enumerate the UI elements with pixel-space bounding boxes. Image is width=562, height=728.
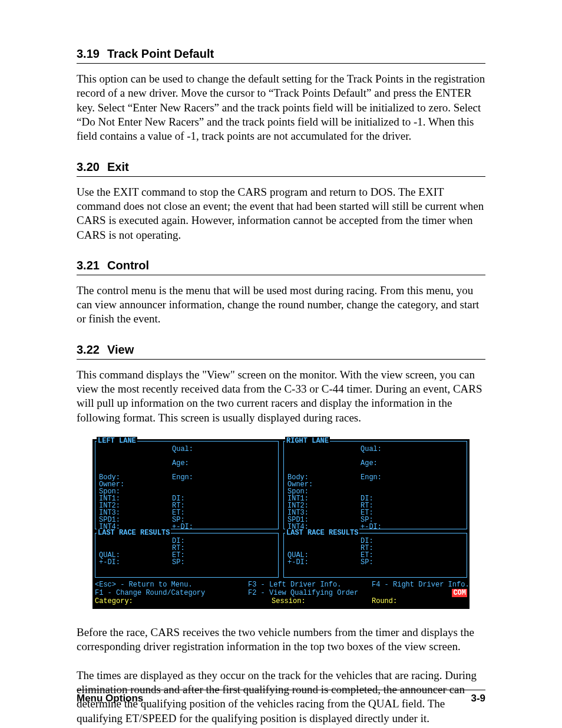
label-sp: SP:	[172, 558, 185, 566]
footer-left: Menu Options	[77, 693, 143, 704]
label-qual: Qual:	[361, 445, 382, 453]
heading-rule	[77, 359, 485, 360]
label-pmdi: +-DI:	[287, 558, 309, 566]
section-3-19: 3.19Track Point Default This option can …	[77, 47, 485, 144]
after-image-p1: Before the race, CARS receives the two v…	[77, 625, 485, 654]
left-results-panel: LAST RACE RESULTS DI: RT: QUAL: ET: +-DI…	[95, 533, 279, 578]
left-lane-title: LEFT LANE	[97, 437, 137, 445]
section-3-21: 3.21Control The control menu is the menu…	[77, 259, 485, 327]
heading-3-20: 3.20Exit	[77, 160, 485, 174]
page-footer: Menu Options 3-9	[77, 690, 485, 704]
label-pmdi: +-DI:	[99, 558, 120, 566]
heading-3-21: 3.21Control	[77, 259, 485, 272]
heading-rule	[77, 275, 485, 275]
body-3-19: This option can be used to change the de…	[77, 72, 485, 144]
label-qual: Qual:	[172, 445, 193, 453]
com-indicator: COM	[452, 589, 467, 597]
section-3-22: 3.22View This command displays the "View…	[77, 343, 485, 425]
right-lane-panel: RIGHT LANE Qual: Age: Body: Engn: Owner:…	[283, 441, 467, 529]
label-session: Session:	[272, 597, 306, 605]
results-title: LAST RACE RESULTS	[285, 529, 359, 537]
dos-view-screenshot: LEFT LANE Qual: Age: Body: Engn: Owner: …	[92, 439, 470, 609]
label-engn: Engn:	[172, 473, 193, 482]
key-f2: F2 - View Qualifying Order	[248, 589, 358, 597]
label-round: Round:	[372, 597, 397, 605]
label-engn: Engn:	[361, 473, 382, 482]
body-3-20: Use the EXIT command to stop the CARS pr…	[77, 185, 485, 242]
label-age: Age:	[172, 459, 189, 467]
heading-rule	[77, 63, 485, 64]
dos-footer: <Esc> - Return to Menu. F3 - Left Driver…	[95, 581, 467, 607]
heading-3-19: 3.19Track Point Default	[77, 47, 485, 61]
label-pmdi: +-DI:	[172, 523, 193, 531]
heading-rule	[77, 176, 485, 177]
footer-page-number: 3-9	[471, 693, 485, 704]
label-sp: SP:	[361, 558, 373, 566]
label-pmdi: +-DI:	[361, 523, 382, 531]
label-age: Age:	[361, 459, 378, 467]
body-3-22: This command displays the "View" screen …	[77, 368, 485, 425]
body-3-21: The control menu is the menu that will b…	[77, 284, 485, 327]
section-3-20: 3.20Exit Use the EXIT command to stop th…	[77, 160, 485, 242]
right-results-panel: LAST RACE RESULTS DI: RT: QUAL: ET: +-DI…	[283, 533, 467, 578]
page-content: 3.19Track Point Default This option can …	[77, 47, 485, 728]
label-category: Category:	[95, 597, 133, 605]
key-f3: F3 - Left Driver Info.	[248, 581, 341, 589]
key-esc: <Esc> - Return to Menu.	[95, 581, 193, 589]
key-f1: F1 - Change Round/Category	[95, 589, 205, 597]
key-f4: F4 - Right Driver Info.	[372, 581, 470, 589]
left-lane-panel: LEFT LANE Qual: Age: Body: Engn: Owner: …	[95, 441, 279, 529]
right-lane-title: RIGHT LANE	[285, 437, 330, 445]
results-title: LAST RACE RESULTS	[97, 529, 171, 537]
heading-3-22: 3.22View	[77, 343, 485, 357]
